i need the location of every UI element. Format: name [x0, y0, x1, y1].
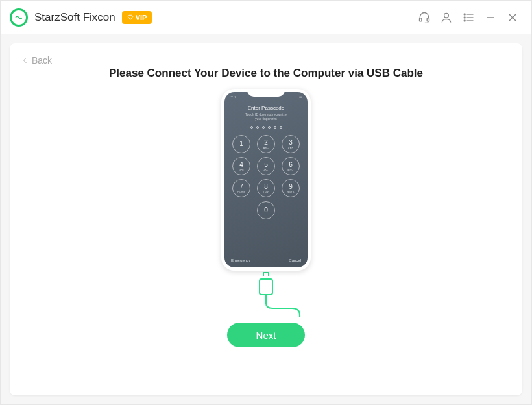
chevron-left-icon: [21, 56, 29, 64]
phone-screen: ••• ᯤ ▭ Enter Passcode Touch ID does not…: [224, 92, 308, 267]
svg-point-7: [464, 20, 465, 21]
key-0: 0: [257, 201, 275, 219]
next-button[interactable]: Next: [227, 323, 305, 347]
next-button-label: Next: [256, 330, 276, 341]
phone-illustration: ••• ᯤ ▭ Enter Passcode Touch ID does not…: [221, 89, 311, 271]
passcode-dots: [250, 126, 282, 129]
passcode-subtitle: Touch ID does not recognize your fingerp…: [245, 112, 286, 121]
passcode-title: Enter Passcode: [248, 105, 284, 111]
usb-cable-icon: [227, 294, 305, 317]
key-7: 7PQRS: [232, 179, 250, 197]
key-1: 1: [232, 135, 250, 153]
key-5: 5JKL: [257, 157, 275, 175]
menu-icon[interactable]: [459, 8, 478, 27]
main-card: Back Please Connect Your Device to the C…: [10, 43, 522, 395]
svg-rect-0: [420, 18, 422, 21]
key-2: 2ABC: [257, 135, 275, 153]
headset-icon[interactable]: [415, 8, 434, 27]
app-logo-icon: [10, 8, 28, 27]
usb-connector-tip: [263, 272, 269, 276]
vip-badge: VIP: [122, 11, 152, 24]
content-area: Back Please Connect Your Device to the C…: [1, 34, 531, 404]
key-9: 9WXYZ: [282, 179, 300, 197]
svg-point-2: [444, 13, 449, 18]
usb-connector-body: [259, 278, 273, 295]
app-title: StarzSoft Fixcon: [34, 11, 115, 24]
phone-notch: [247, 89, 285, 97]
close-icon[interactable]: [503, 8, 522, 27]
cancel-label: Cancel: [289, 258, 301, 262]
battery-icon: ▭: [299, 95, 302, 99]
keypad: 1 2ABC 3DEF 4GHI 5JKL 6MNO 7PQRS 8TUV 9W…: [232, 135, 300, 219]
key-8: 8TUV: [257, 179, 275, 197]
titlebar: StarzSoft Fixcon VIP: [1, 1, 531, 34]
diamond-icon: [127, 14, 134, 21]
svg-rect-1: [427, 18, 429, 21]
svg-point-5: [464, 17, 465, 18]
back-label: Back: [32, 55, 52, 66]
key-4: 4GHI: [232, 157, 250, 175]
user-icon[interactable]: [437, 8, 456, 27]
usb-cable-illustration: [227, 272, 305, 317]
back-button[interactable]: Back: [21, 55, 52, 66]
vip-label: VIP: [136, 14, 147, 21]
app-window: StarzSoft Fixcon VIP Back Please: [0, 0, 532, 405]
signal-icon: ••• ᯤ: [230, 95, 237, 99]
svg-point-3: [464, 14, 465, 15]
key-3: 3DEF: [282, 135, 300, 153]
key-6: 6MNO: [282, 157, 300, 175]
phone-footer: Emergency Cancel: [224, 258, 308, 262]
emergency-label: Emergency: [231, 258, 250, 262]
page-heading: Please Connect Your Device to the Comput…: [109, 67, 423, 80]
minimize-icon[interactable]: [481, 8, 500, 27]
